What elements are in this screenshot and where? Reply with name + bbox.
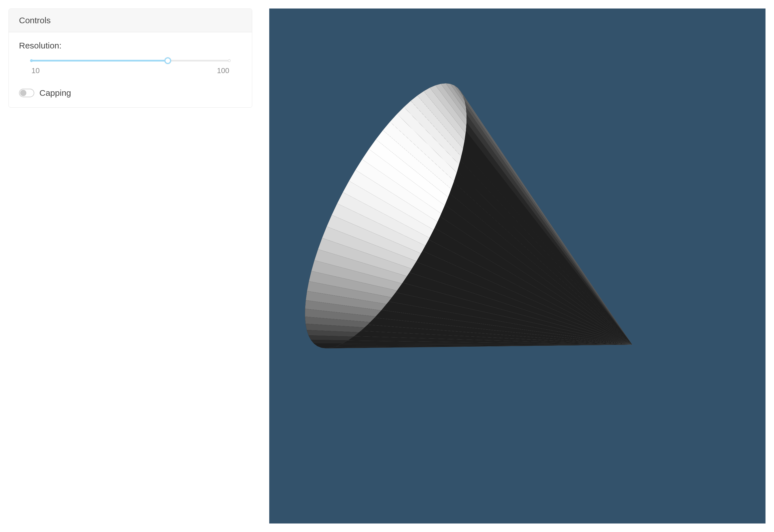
slider-range-labels: 10 100 xyxy=(31,66,229,75)
slider-min-label: 10 xyxy=(31,66,40,75)
controls-panel: Controls Resolution: 10 100 xyxy=(9,9,252,108)
slider-thumb[interactable] xyxy=(164,57,171,64)
capping-toggle-row: Capping xyxy=(19,88,242,98)
slider-track[interactable] xyxy=(31,57,229,64)
slider-max-dot xyxy=(228,59,231,62)
render-viewport[interactable] xyxy=(269,9,765,523)
capping-label: Capping xyxy=(39,88,71,98)
resolution-slider[interactable]: 10 100 xyxy=(19,57,242,75)
slider-max-label: 100 xyxy=(217,66,229,75)
controls-header: Controls xyxy=(9,9,252,32)
capping-toggle[interactable] xyxy=(19,89,34,97)
toggle-knob xyxy=(20,90,26,96)
controls-body: Resolution: 10 100 Capping xyxy=(9,32,252,107)
cone-render xyxy=(269,9,765,523)
resolution-label: Resolution: xyxy=(19,41,242,50)
app-root: Controls Resolution: 10 100 xyxy=(0,0,774,532)
slider-min-dot xyxy=(30,59,33,62)
slider-fill xyxy=(31,60,168,62)
